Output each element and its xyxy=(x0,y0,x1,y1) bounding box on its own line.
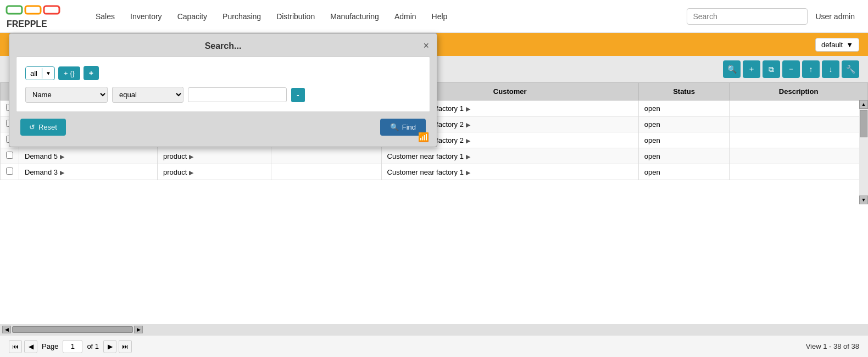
modal-footer: ↺ Reset 🔍 Find xyxy=(9,112,437,136)
nav-inventory[interactable]: Inventory xyxy=(123,8,170,25)
wifi-icon: 📶 xyxy=(418,132,429,142)
filter-all-arrow[interactable]: ▼ xyxy=(42,68,54,79)
nav-purchasing[interactable]: Purchasing xyxy=(215,8,269,25)
modal-body: all ▼ + {} + Name Customer Status Descri… xyxy=(16,57,430,112)
search-input[interactable] xyxy=(687,8,808,25)
svg-rect-0 xyxy=(7,6,22,14)
filter-row-top: all ▼ + {} + xyxy=(25,66,421,80)
modal-overlay: Search... × all ▼ + {} + Name Cu xyxy=(0,56,868,357)
default-dropdown-label: default xyxy=(821,41,843,49)
user-admin-label[interactable]: User admin xyxy=(808,8,863,25)
modal-title: Search... xyxy=(205,41,242,51)
dropdown-arrow-icon: ▼ xyxy=(846,41,853,49)
main-area: 🔍 ＋ ⧉ － ↑ ↓ 🔧 Name Item Quantity Custome… xyxy=(0,56,868,357)
svg-text:FREPPLE: FREPPLE xyxy=(7,19,47,29)
nav-menu: Sales Inventory Capacity Purchasing Dist… xyxy=(88,8,687,25)
nav-distribution[interactable]: Distribution xyxy=(269,8,322,25)
nav-sales[interactable]: Sales xyxy=(88,8,123,25)
reset-icon: ↺ xyxy=(29,123,35,131)
search-modal: Search... × all ▼ + {} + Name Cu xyxy=(9,33,437,147)
filter-all-label: all xyxy=(26,67,42,80)
nav-admin[interactable]: Admin xyxy=(387,8,424,25)
reset-label: Reset xyxy=(38,123,57,131)
nav-capacity[interactable]: Capacity xyxy=(170,8,215,25)
filter-field-select[interactable]: Name Customer Status Description xyxy=(25,87,108,103)
logo-image: FREPPLE xyxy=(5,3,71,30)
modal-close-button[interactable]: × xyxy=(423,40,429,52)
modal-header: Search... × xyxy=(9,34,437,57)
find-icon: 🔍 xyxy=(390,123,399,131)
find-label: Find xyxy=(402,123,416,131)
filter-add-group-button[interactable]: + {} xyxy=(58,66,80,80)
filter-remove-button[interactable]: - xyxy=(291,88,305,102)
nav-help[interactable]: Help xyxy=(424,8,455,25)
navbar: FREPPLE Sales Inventory Capacity Purchas… xyxy=(0,0,868,33)
svg-rect-1 xyxy=(25,6,41,14)
svg-rect-2 xyxy=(44,6,59,14)
filter-all-select[interactable]: all ▼ xyxy=(25,66,55,80)
default-dropdown[interactable]: default ▼ xyxy=(815,38,859,52)
logo: FREPPLE xyxy=(5,3,82,30)
nav-manufacturing[interactable]: Manufacturing xyxy=(322,8,387,25)
filter-value-input[interactable] xyxy=(188,87,287,102)
reset-button[interactable]: ↺ Reset xyxy=(20,119,66,136)
filter-row: Name Customer Status Description equal n… xyxy=(25,87,421,103)
filter-operator-select[interactable]: equal not equal contains starts with xyxy=(112,87,183,103)
filter-add-button[interactable]: + xyxy=(84,66,99,80)
